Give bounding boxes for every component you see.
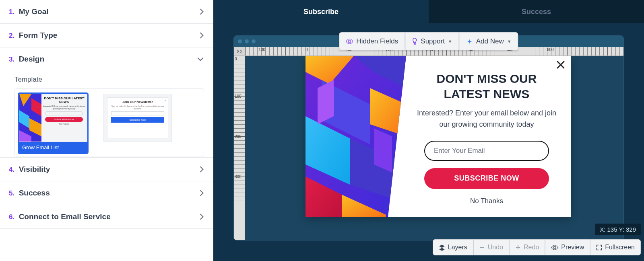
caret-down-icon: ▼ — [448, 39, 452, 44]
sidebar-item-success[interactable]: 5. Success — [0, 181, 213, 205]
editor-toolbar: Hidden Fields Support ▼ ＋ Add New ▼ — [339, 32, 518, 50]
template-card-join-newsletter[interactable]: × Join Our Newsletter Sign up today for … — [103, 94, 172, 153]
ruler-origin: 0 0 — [234, 47, 245, 56]
plus-icon — [515, 245, 521, 250]
close-icon: × — [164, 99, 166, 103]
caret-down-icon: ▼ — [507, 39, 512, 44]
ruler-label: 200 — [235, 134, 242, 139]
step-label: Form Type — [19, 31, 58, 39]
thumb-title: DON'T MISS OUR LATEST NEWS — [43, 97, 85, 104]
step-number: 2. — [9, 32, 14, 39]
ruler-vertical[interactable]: 0 100 200 300 — [234, 56, 245, 240]
ruler-label: 0 — [235, 57, 237, 61]
thumb-subtitle: Sign up today for free and be the first … — [110, 105, 165, 110]
chevron-right-icon — [199, 166, 204, 173]
layers-button[interactable]: Layers — [433, 239, 473, 255]
sidebar-item-visibility[interactable]: 4. Visibility — [0, 158, 213, 181]
traffic-light-icon — [238, 39, 242, 43]
popup-headline[interactable]: DON'T MISS OUR LATEST NEWS — [413, 71, 560, 101]
thumb-subtitle: Interested? Enter your email below and j… — [43, 105, 85, 110]
step-number: 1. — [9, 8, 14, 16]
button-label: Redo — [524, 244, 539, 251]
ruler-label: 600 — [547, 47, 554, 52]
view-tabs: Subscribe Success — [213, 0, 644, 23]
button-label: Hidden Fields — [356, 37, 398, 45]
chevron-right-icon — [199, 8, 204, 15]
thumb-input — [111, 111, 164, 115]
thumb-title: Join Our Newsletter — [110, 100, 165, 104]
fullscreen-button[interactable]: Fullscreen — [590, 239, 641, 255]
button-label: Support — [421, 37, 445, 45]
no-thanks-link[interactable]: No Thanks — [470, 197, 503, 205]
popup-content: DON'T MISS OUR LATEST NEWS Interested? E… — [406, 56, 571, 217]
redo-button[interactable]: Redo — [509, 239, 545, 255]
tab-subscribe[interactable]: Subscribe — [213, 0, 429, 23]
step-label: Visibility — [19, 165, 50, 173]
popup-form[interactable]: DON'T MISS OUR LATEST NEWS Interested? E… — [305, 56, 571, 217]
template-thumbnail: × Join Our Newsletter Sign up today for … — [103, 94, 172, 142]
template-grid: × DON'T MISS OUR LATEST NEWS Interested?… — [14, 88, 204, 156]
step-number: 3. — [9, 55, 14, 63]
tab-success[interactable]: Success — [429, 0, 644, 23]
sidebar-item-connect-email-service[interactable]: 6. Connect to Email Service — [0, 205, 213, 229]
undo-button[interactable]: Undo — [473, 239, 509, 255]
step-label: Design — [19, 55, 44, 63]
geometric-art-icon — [19, 94, 41, 142]
bottom-toolbar: Layers Undo Redo Preview Fullscreen — [433, 239, 641, 255]
input-placeholder: Enter Your Email — [434, 147, 485, 155]
step-label: Success — [19, 189, 50, 197]
chevron-right-icon — [199, 189, 204, 197]
button-label: Add New — [476, 37, 504, 45]
thumb-nothanks: No Thanks — [43, 123, 85, 125]
lightbulb-icon — [412, 38, 417, 45]
template-caption: Grow Email List — [19, 142, 87, 153]
template-label: Template — [14, 76, 204, 84]
step-number: 6. — [9, 213, 14, 221]
preview-window: Popup 0 0 -100 0 100 200 300 400 500 600 — [233, 35, 624, 240]
button-label: Preview — [561, 244, 584, 251]
template-card-grow-email-list[interactable]: × DON'T MISS OUR LATEST NEWS Interested?… — [19, 94, 87, 153]
canvas-area: Subscribe Success Hidden Fields Support … — [213, 0, 644, 261]
button-label: Layers — [448, 244, 467, 251]
sidebar-item-design[interactable]: 3. Design Template — [0, 47, 213, 158]
design-stage[interactable]: DON'T MISS OUR LATEST NEWS Interested? E… — [245, 56, 623, 240]
thumb-button: SUBSCRIBE NOW — [45, 117, 83, 122]
email-field[interactable]: Enter Your Email — [424, 141, 549, 161]
popup-body[interactable]: Interested? Enter your email below and j… — [413, 108, 560, 130]
popup-artwork — [305, 56, 406, 217]
chevron-right-icon — [199, 213, 204, 220]
step-label: My Goal — [19, 7, 49, 16]
cursor-coordinates: X: 135 Y: 329 — [595, 224, 641, 235]
minus-icon — [479, 245, 485, 250]
chevron-right-icon — [199, 32, 204, 39]
close-icon[interactable] — [556, 60, 566, 70]
expand-icon — [596, 245, 602, 251]
template-thumbnail: × DON'T MISS OUR LATEST NEWS Interested?… — [19, 94, 87, 142]
hidden-fields-button[interactable]: Hidden Fields — [339, 32, 405, 50]
workspace: Popup 0 0 -100 0 100 200 300 400 500 600 — [213, 23, 644, 261]
chevron-down-icon — [197, 57, 204, 62]
eye-icon — [551, 245, 558, 250]
settings-sidebar: 1. My Goal 2. Form Type 3. Design Te — [0, 0, 213, 261]
ruler-label: 100 — [235, 94, 242, 99]
add-new-button[interactable]: ＋ Add New ▼ — [459, 32, 518, 50]
ruler-label: -100 — [257, 47, 265, 52]
ruler-label: 0 — [305, 47, 308, 52]
design-panel: Template × DON'T — [0, 71, 213, 157]
preview-button[interactable]: Preview — [545, 239, 590, 255]
button-label: Undo — [488, 244, 503, 251]
button-label: Fullscreen — [605, 244, 635, 251]
layers-icon — [439, 244, 445, 251]
thumb-input — [45, 111, 83, 115]
step-number: 4. — [9, 166, 14, 173]
sidebar-item-my-goal[interactable]: 1. My Goal — [0, 0, 213, 24]
thumb-button: Subscribe Now — [111, 117, 164, 123]
subscribe-button[interactable]: SUBSCRIBE NOW — [424, 168, 549, 189]
plus-icon: ＋ — [466, 37, 473, 46]
eye-icon — [346, 39, 353, 44]
geometric-art-icon — [305, 56, 406, 217]
step-number: 5. — [9, 189, 14, 197]
step-label: Connect to Email Service — [19, 212, 111, 221]
sidebar-item-form-type[interactable]: 2. Form Type — [0, 24, 213, 47]
support-button[interactable]: Support ▼ — [405, 32, 459, 50]
